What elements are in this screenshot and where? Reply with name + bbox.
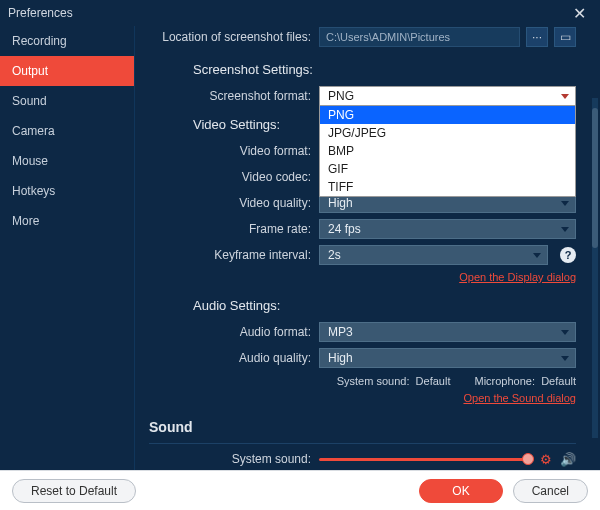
video-quality-label: Video quality: xyxy=(149,196,319,210)
audio-format-select[interactable]: MP3 xyxy=(319,322,576,342)
open-sound-dialog-link[interactable]: Open the Sound dialog xyxy=(463,392,576,404)
ok-button[interactable]: OK xyxy=(419,479,502,503)
audio-quality-label: Audio quality: xyxy=(149,351,319,365)
system-sound-info: System sound: Default xyxy=(337,375,451,387)
system-sound-label: System sound: xyxy=(149,452,319,466)
screenshot-format-select[interactable]: PNG PNG JPG/JPEG BMP GIF TIFF xyxy=(319,86,576,106)
gear-icon[interactable]: ⚙ xyxy=(540,452,552,467)
sidebar-item-output[interactable]: Output xyxy=(0,56,134,86)
sidebar-item-camera[interactable]: Camera xyxy=(0,116,134,146)
scrollbar-thumb[interactable] xyxy=(592,108,598,248)
open-folder-button[interactable]: ▭ xyxy=(554,27,576,47)
browse-button[interactable]: ··· xyxy=(526,27,548,47)
sound-section-heading: Sound xyxy=(149,419,576,435)
format-option-jpg[interactable]: JPG/JPEG xyxy=(320,124,575,142)
open-display-dialog-link[interactable]: Open the Display dialog xyxy=(459,271,576,283)
frame-rate-select[interactable]: 24 fps xyxy=(319,219,576,239)
screenshot-format-value: PNG xyxy=(328,89,354,103)
keyframe-value: 2s xyxy=(328,248,341,262)
format-option-bmp[interactable]: BMP xyxy=(320,142,575,160)
system-sound-slider[interactable] xyxy=(319,458,530,461)
reset-button[interactable]: Reset to Default xyxy=(12,479,136,503)
chevron-down-icon xyxy=(561,356,569,361)
sidebar-item-mouse[interactable]: Mouse xyxy=(0,146,134,176)
video-format-label: Video format: xyxy=(149,144,319,158)
audio-settings-heading: Audio Settings: xyxy=(193,298,576,313)
keyframe-label: Keyframe interval: xyxy=(149,248,319,262)
chevron-down-icon xyxy=(561,201,569,206)
audio-quality-select[interactable]: High xyxy=(319,348,576,368)
sidebar-item-hotkeys[interactable]: Hotkeys xyxy=(0,176,134,206)
audio-quality-value: High xyxy=(328,351,353,365)
microphone-info: Microphone: Default xyxy=(474,375,576,387)
sidebar-item-recording[interactable]: Recording xyxy=(0,26,134,56)
slider-thumb[interactable] xyxy=(522,453,534,465)
keyframe-select[interactable]: 2s xyxy=(319,245,548,265)
divider xyxy=(149,443,576,444)
video-codec-label: Video codec: xyxy=(149,170,319,184)
screenshot-location-label: Location of screenshot files: xyxy=(149,30,319,44)
format-option-gif[interactable]: GIF xyxy=(320,160,575,178)
sidebar-item-sound[interactable]: Sound xyxy=(0,86,134,116)
titlebar: Preferences ✕ xyxy=(0,0,600,26)
chevron-down-icon xyxy=(561,94,569,99)
screenshot-format-dropdown: PNG JPG/JPEG BMP GIF TIFF xyxy=(319,106,576,197)
sidebar-item-more[interactable]: More xyxy=(0,206,134,236)
audio-format-label: Audio format: xyxy=(149,325,319,339)
cancel-button[interactable]: Cancel xyxy=(513,479,588,503)
frame-rate-value: 24 fps xyxy=(328,222,361,236)
folder-icon: ▭ xyxy=(560,30,571,44)
chevron-down-icon xyxy=(533,253,541,258)
close-icon[interactable]: ✕ xyxy=(567,4,592,23)
scrollbar[interactable] xyxy=(592,98,598,438)
frame-rate-label: Frame rate: xyxy=(149,222,319,236)
help-icon[interactable]: ? xyxy=(560,247,576,263)
audio-format-value: MP3 xyxy=(328,325,353,339)
speaker-icon[interactable]: 🔊 xyxy=(560,452,576,467)
screenshot-format-label: Screenshot format: xyxy=(149,89,319,103)
format-option-png[interactable]: PNG xyxy=(320,106,575,124)
chevron-down-icon xyxy=(561,227,569,232)
video-quality-value: High xyxy=(328,196,353,210)
chevron-down-icon xyxy=(561,330,569,335)
screenshot-settings-heading: Screenshot Settings: xyxy=(193,62,576,77)
sidebar: Recording Output Sound Camera Mouse Hotk… xyxy=(0,26,135,470)
format-option-tiff[interactable]: TIFF xyxy=(320,178,575,196)
ellipsis-icon: ··· xyxy=(532,30,542,44)
footer: Reset to Default OK Cancel xyxy=(0,470,600,510)
screenshot-location-path[interactable]: C:\Users\ADMIN\Pictures xyxy=(319,27,520,47)
window-title: Preferences xyxy=(8,6,73,20)
